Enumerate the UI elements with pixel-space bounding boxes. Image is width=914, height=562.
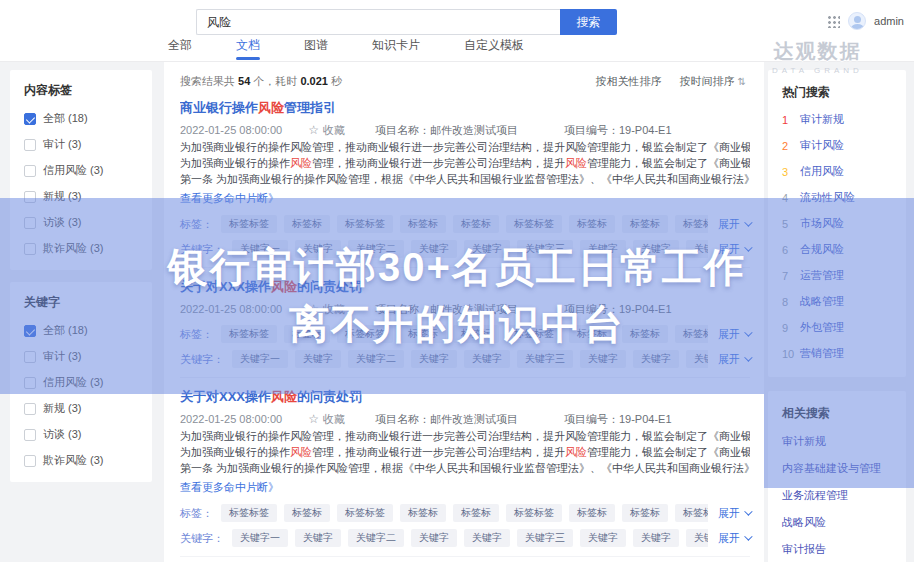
keyword-chip[interactable]: 关键字: [580, 529, 626, 547]
apps-grid-icon[interactable]: [827, 15, 840, 28]
tag-chip[interactable]: 标签标: [284, 504, 330, 522]
highlight-term: 风险: [258, 100, 284, 115]
checkbox[interactable]: [24, 165, 36, 177]
keyword-chip[interactable]: 关键字一: [232, 529, 288, 547]
checkbox[interactable]: [24, 403, 36, 415]
tab-知识卡片[interactable]: 知识卡片: [372, 37, 420, 63]
result-meta: 2022-01-25 08:00:00☆收藏项目名称：邮件改造测试项目项目编号：…: [180, 121, 750, 139]
search-result: 商业银行操作风险管理指引2022-01-25 08:00:00★已收藏项目名称：…: [180, 556, 750, 562]
tag-chip[interactable]: 标签标签: [506, 504, 562, 522]
sidebar-filter-item[interactable]: 欺诈风险 (3): [24, 453, 140, 468]
checkbox[interactable]: [24, 429, 36, 441]
tag-chip[interactable]: 标签标签: [675, 504, 708, 522]
result-date: 2022-01-25 08:00:00: [180, 124, 282, 136]
sort-by-relevance[interactable]: 按相关性排序: [596, 74, 662, 89]
favorite-label[interactable]: 收藏: [323, 123, 345, 138]
keyword-chip[interactable]: 关键字二: [348, 529, 404, 547]
sidebar-filter-item[interactable]: 信用风险 (3): [24, 163, 140, 178]
project-code: 项目编号：19-P04-E1: [564, 123, 672, 138]
tag-row-label: 标签：: [180, 506, 213, 521]
project-name: 项目名称：邮件改造测试项目: [375, 412, 518, 427]
project-code: 项目编号：19-P04-E1: [564, 412, 672, 427]
search-result: 关于对XXX操作风险的问责处罚2022-01-25 08:00:00☆收藏项目名…: [180, 377, 750, 547]
checkbox[interactable]: [24, 455, 36, 467]
sidebar-filter-item[interactable]: 全部 (18): [24, 111, 140, 126]
results-summary: 搜索结果共 54 个，耗时 0.021 秒: [180, 74, 342, 89]
highlight-term: 风险: [565, 157, 587, 169]
tag-chip-list: 标签标签标签标标签标签标签标标签标标签标签标签标标签标标签标签标签标标签标标签标…: [221, 504, 708, 522]
tab-图谱[interactable]: 图谱: [304, 37, 328, 63]
favorite-label[interactable]: 收藏: [323, 412, 345, 427]
result-snippet: 为加强商业银行的操作风险管理，推动商业银行进一步完善公司治理结构，提升风险管理能…: [180, 139, 750, 155]
filter-label: 欺诈风险 (3): [43, 453, 104, 468]
highlight-term: 风险: [290, 446, 312, 458]
keyword-chip[interactable]: 关键字三: [686, 529, 708, 547]
related-search-item[interactable]: 业务流程管理: [782, 488, 894, 503]
checkbox-checked[interactable]: [24, 113, 36, 125]
keyword-row: 关键字：关键字一关键字关键字二关键字关键字关键字三关键字关键字关键字三关键字关键…: [180, 529, 750, 547]
hot-search-label: 审计风险: [800, 138, 844, 153]
hot-rank: 1: [782, 114, 792, 126]
keyword-chip[interactable]: 关键字: [411, 529, 457, 547]
star-outline-icon[interactable]: ☆: [308, 123, 319, 137]
keyword-row-label: 关键字：: [180, 531, 224, 546]
hot-search-item[interactable]: 1审计新规: [782, 112, 894, 127]
expand-link[interactable]: 展开: [718, 506, 750, 521]
chevron-down-icon: [744, 532, 752, 540]
result-meta: 2022-01-25 08:00:00☆收藏项目名称：邮件改造测试项目项目编号：…: [180, 410, 750, 428]
keyword-chip[interactable]: 关键字: [633, 529, 679, 547]
expand-label: 展开: [718, 531, 740, 546]
result-snippet: 第一条 为加强商业银行的操作风险管理，根据《中华人民共和国银行业监督管理法》、《…: [180, 171, 750, 187]
sidebar-filter-item[interactable]: 访谈 (3): [24, 427, 140, 442]
hot-search-label: 审计新规: [800, 112, 844, 127]
hot-rank: 3: [782, 166, 792, 178]
project-name: 项目名称：邮件改造测试项目: [375, 123, 518, 138]
tab-自定义模板[interactable]: 自定义模板: [464, 37, 524, 63]
more-snippets-link[interactable]: 查看更多命中片断》: [180, 480, 279, 495]
hot-search-item[interactable]: 2审计风险: [782, 138, 894, 153]
keyword-chip[interactable]: 关键字三: [517, 529, 573, 547]
related-search-item[interactable]: 审计报告: [782, 542, 894, 557]
filter-label: 审计 (3): [43, 137, 82, 152]
hot-search-title: 热门搜索: [782, 84, 894, 101]
result-snippet: 第一条 为加强商业银行的操作风险管理，根据《中华人民共和国银行业监督管理法》、《…: [180, 460, 750, 476]
result-snippet: 为加强商业银行的操作风险管理，推动商业银行进一步完善公司治理结构，提升风险管理能…: [180, 428, 750, 444]
tag-row: 标签：标签标签标签标标签标签标签标标签标标签标签标签标标签标标签标签标签标标签标…: [180, 504, 750, 522]
highlight-term: 风险: [565, 446, 587, 458]
username[interactable]: admin: [874, 15, 904, 27]
checkbox[interactable]: [24, 139, 36, 151]
hot-search-item[interactable]: 3信用风险: [782, 164, 894, 179]
keyword-chip[interactable]: 关键字: [464, 529, 510, 547]
sidebar-filter-item[interactable]: 审计 (3): [24, 137, 140, 152]
tag-chip[interactable]: 标签标签: [337, 504, 393, 522]
avatar[interactable]: [848, 12, 866, 30]
result-date: 2022-01-25 08:00:00: [180, 413, 282, 425]
search-tabs: 全部文档图谱知识卡片自定义模板: [168, 37, 524, 63]
tag-chip[interactable]: 标签标: [569, 504, 615, 522]
keyword-chip-list: 关键字一关键字关键字二关键字关键字关键字三关键字关键字关键字三关键字关键字关键字…: [232, 529, 708, 547]
chevron-down-icon: [744, 507, 752, 515]
result-title-link[interactable]: 商业银行操作风险管理指引: [180, 98, 750, 118]
tag-chip[interactable]: 标签标: [453, 504, 499, 522]
highlight-term: 风险: [290, 157, 312, 169]
tab-文档[interactable]: 文档: [236, 37, 260, 63]
related-search-item[interactable]: 战略风险: [782, 515, 894, 530]
sidebar-filter-item[interactable]: 新规 (3): [24, 401, 140, 416]
tab-全部[interactable]: 全部: [168, 37, 192, 63]
search-button[interactable]: 搜索: [560, 9, 617, 35]
promo-overlay-band: [0, 198, 914, 394]
hot-rank: 2: [782, 140, 792, 152]
search-input[interactable]: [196, 9, 560, 35]
sort-by-time[interactable]: 按时间排序⇅: [680, 74, 746, 89]
keyword-chip[interactable]: 关键字: [295, 529, 341, 547]
expand-link[interactable]: 展开: [718, 531, 750, 546]
star-outline-icon[interactable]: ☆: [308, 412, 319, 426]
tag-chip[interactable]: 标签标签: [221, 504, 277, 522]
top-header: 搜索 admin 全部文档图谱知识卡片自定义模板: [0, 0, 914, 62]
sort-arrows-icon: ⇅: [738, 76, 746, 87]
promo-overlay-right: [764, 394, 914, 488]
filter-label: 新规 (3): [43, 401, 82, 416]
tag-chip[interactable]: 标签标: [622, 504, 668, 522]
tag-chip[interactable]: 标签标: [400, 504, 446, 522]
sidebar-section-title: 内容标签: [24, 82, 140, 99]
